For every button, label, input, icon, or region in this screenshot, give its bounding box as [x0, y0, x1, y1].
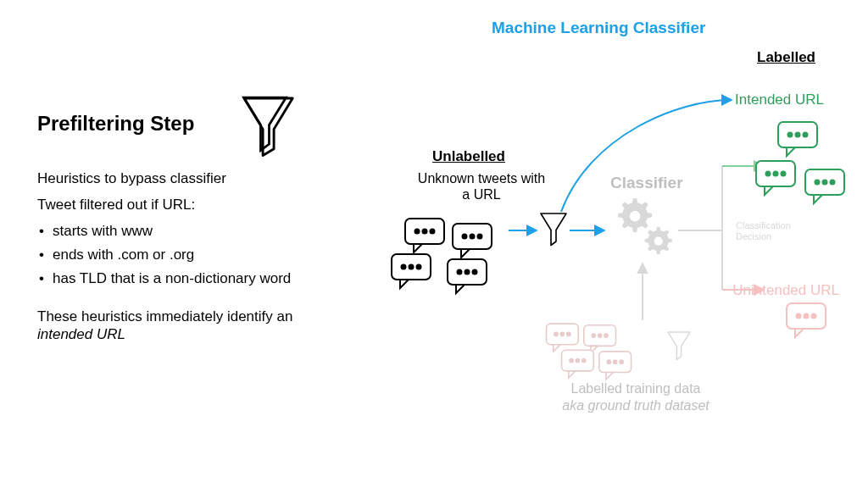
- left-panel: Prefiltering Step Heuristics to bypass c…: [37, 112, 351, 352]
- svg-point-40: [607, 360, 610, 363]
- funnel-icon-small: [541, 214, 566, 246]
- svg-point-37: [570, 359, 573, 363]
- svg-point-38: [576, 359, 579, 363]
- heuristic-list: starts with www ends with .com or .org h…: [37, 223, 351, 287]
- svg-point-8: [463, 235, 467, 239]
- training-data-caption: Labelled training dataaka ground truth d…: [526, 380, 746, 414]
- classifier-label: Classifier: [610, 174, 683, 192]
- svg-point-11: [402, 265, 406, 269]
- svg-point-20: [796, 133, 800, 137]
- svg-point-41: [614, 360, 617, 363]
- svg-point-34: [592, 334, 595, 337]
- svg-point-24: [782, 172, 786, 176]
- heuristic-item: has TLD that is a non-dictionary word: [37, 270, 351, 287]
- svg-point-14: [458, 270, 462, 274]
- svg-point-15: [465, 270, 470, 274]
- intro-line-1: Heuristics to bypass classifier: [37, 169, 351, 187]
- gear-icon-group: [618, 198, 672, 254]
- svg-point-22: [766, 172, 771, 176]
- svg-point-36: [604, 334, 608, 337]
- prefiltering-heading: Prefiltering Step: [37, 112, 351, 136]
- svg-point-26: [823, 180, 827, 185]
- svg-point-31: [554, 332, 558, 336]
- intro-line-2: Tweet filtered out if URL:: [37, 196, 351, 214]
- heuristic-item: starts with www: [37, 223, 351, 240]
- svg-point-29: [804, 314, 809, 319]
- training-bubble-cluster: [547, 324, 632, 380]
- unlabelled-tweet-cluster: [392, 219, 492, 293]
- svg-point-28: [797, 314, 801, 319]
- unlabelled-header: Unlabelled: [432, 148, 505, 165]
- svg-point-10: [478, 235, 482, 239]
- svg-point-5: [415, 230, 420, 234]
- svg-point-23: [774, 172, 778, 176]
- intended-url-label: Intended URL: [735, 92, 824, 108]
- svg-point-12: [409, 265, 414, 269]
- unintended-bubble: [787, 303, 826, 337]
- svg-point-25: [815, 180, 820, 185]
- labelled-header: Labelled: [757, 49, 815, 66]
- svg-point-39: [582, 359, 586, 363]
- svg-point-27: [831, 180, 835, 185]
- svg-point-42: [620, 360, 623, 363]
- svg-point-33: [567, 332, 570, 336]
- intended-bubble-cluster: [756, 122, 844, 203]
- svg-point-30: [812, 314, 816, 319]
- unintended-url-label: Unintended URL: [732, 282, 839, 299]
- diagram-title: Machine Learning Classifier: [492, 19, 705, 37]
- svg-point-19: [788, 133, 793, 137]
- arrow-bypass-to-intended: [561, 100, 731, 212]
- closing-text: These heuristics immediately identify an…: [37, 308, 351, 344]
- svg-point-6: [423, 230, 427, 234]
- svg-point-18: [654, 237, 663, 246]
- svg-point-21: [804, 133, 808, 137]
- svg-point-35: [598, 334, 602, 337]
- svg-point-32: [560, 332, 564, 336]
- classification-decision-label: ClassificationDecision: [736, 220, 791, 242]
- unknown-tweets-label: Unknown tweets with a URL: [414, 170, 549, 202]
- svg-point-9: [470, 235, 475, 239]
- svg-point-16: [473, 270, 477, 274]
- funnel-icon-training: [668, 332, 690, 360]
- svg-point-13: [417, 265, 421, 269]
- svg-point-7: [431, 230, 435, 234]
- heuristic-item: ends with .com or .org: [37, 247, 351, 263]
- svg-point-17: [630, 211, 641, 222]
